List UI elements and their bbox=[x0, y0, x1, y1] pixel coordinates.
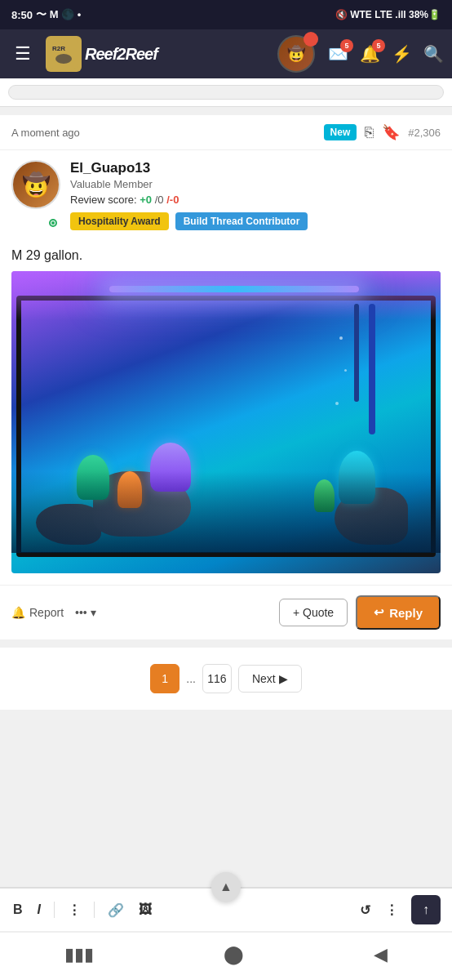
score-positive: +0 bbox=[140, 194, 152, 206]
share-icon[interactable]: ⎘ bbox=[365, 124, 374, 141]
back-button[interactable]: ▮▮▮ bbox=[48, 941, 110, 969]
post-image bbox=[11, 271, 441, 573]
toolbar-divider-1 bbox=[54, 902, 55, 918]
page-1-button[interactable]: 1 bbox=[150, 664, 179, 693]
report-label: Report bbox=[29, 606, 64, 619]
online-indicator bbox=[47, 217, 59, 229]
score-negative: /-0 bbox=[166, 194, 179, 206]
post-content: M 29 gallon. bbox=[0, 240, 452, 585]
avatar-badge bbox=[304, 32, 318, 47]
search-icon[interactable]: 🔍 bbox=[423, 44, 444, 64]
post-card: A moment ago New ⎘ 🔖 #2,306 🤠 El_Guapo13… bbox=[0, 115, 452, 639]
chevron-down-icon: ▾ bbox=[91, 606, 96, 619]
more-button[interactable]: ••• ▾ bbox=[75, 606, 96, 619]
svg-text:R2R: R2R bbox=[52, 45, 65, 52]
author-badges: Hospitality Award Build Thread Contribut… bbox=[70, 212, 441, 230]
notifications-badge: 5 bbox=[372, 39, 385, 52]
toolbar-divider-2 bbox=[94, 902, 95, 918]
review-score: Review score: +0 /0 /-0 bbox=[70, 194, 441, 206]
more-format-button[interactable]: ⋮ bbox=[66, 899, 82, 921]
nav-icons: ✉️ 5 🔔 5 ⚡ 🔍 bbox=[328, 44, 444, 64]
author-avatar-wrap: 🤠 bbox=[11, 160, 60, 230]
next-label: Next bbox=[252, 672, 276, 685]
more-options-button[interactable]: ⋮ bbox=[383, 899, 400, 921]
search-bar[interactable] bbox=[8, 85, 444, 100]
author-title: Valuable Member bbox=[70, 178, 441, 190]
report-button[interactable]: 🔔 Report bbox=[11, 606, 64, 619]
review-label: Review score: bbox=[70, 194, 137, 206]
user-avatar[interactable]: 🤠 bbox=[277, 35, 315, 73]
author-avatar[interactable]: 🤠 bbox=[11, 160, 60, 209]
bold-button[interactable]: B bbox=[11, 899, 24, 920]
notifications-icon[interactable]: 🔔 5 bbox=[360, 44, 380, 64]
logo-icon: R2R bbox=[46, 36, 82, 72]
reply-label: Reply bbox=[389, 606, 423, 620]
scroll-up-button[interactable]: ▲ bbox=[211, 872, 241, 902]
messages-icon[interactable]: ✉️ 5 bbox=[328, 44, 348, 64]
status-time: 8:50 bbox=[11, 9, 33, 21]
logo-text: Reef2Reef bbox=[85, 45, 157, 64]
reply-icon: ↩ bbox=[374, 605, 384, 620]
post-header-actions: New ⎘ 🔖 #2,306 bbox=[324, 123, 441, 141]
contributor-badge: Build Thread Contributor bbox=[175, 212, 308, 230]
recent-apps-button[interactable]: ◀ bbox=[357, 941, 404, 969]
toolbar-right: ↺ ⋮ ↑ bbox=[358, 895, 441, 924]
more-dots: ••• bbox=[75, 606, 87, 619]
score-neutral: /0 bbox=[155, 194, 164, 206]
status-bar: 8:50 〜 M 🌑 • 🔇 WTE LTE .ill 38%🔋 bbox=[0, 0, 452, 29]
pagination: 1 ... 116 Next ▶ bbox=[0, 648, 452, 710]
quote-button[interactable]: + Quote bbox=[279, 599, 348, 626]
tank-bottom bbox=[11, 471, 441, 553]
status-left: 8:50 〜 M 🌑 • bbox=[11, 7, 81, 22]
status-signal-icons: 🔇 WTE LTE .ill 38%🔋 bbox=[335, 9, 441, 20]
hamburger-menu[interactable]: ☰ bbox=[8, 37, 38, 71]
bell-icon: 🔔 bbox=[11, 606, 25, 619]
status-icons: 〜 M 🌑 • bbox=[36, 7, 81, 22]
post-text: M 29 gallon. bbox=[11, 248, 441, 263]
author-info: El_Guapo13 Valuable Member Review score:… bbox=[70, 160, 441, 230]
image-button[interactable]: 🖼 bbox=[137, 899, 153, 920]
home-button[interactable]: ⬤ bbox=[207, 941, 260, 969]
lightning-icon[interactable]: ⚡ bbox=[392, 44, 412, 64]
link-button[interactable]: 🔗 bbox=[106, 899, 126, 921]
next-page-button[interactable]: Next ▶ bbox=[238, 665, 302, 693]
editor-area: ▲ B I ⋮ 🔗 🖼 ↺ ⋮ ↑ ▮▮▮ ⬤ ◀ bbox=[0, 887, 452, 980]
action-right: + Quote ↩ Reply bbox=[279, 595, 441, 630]
hospitality-award-badge: Hospitality Award bbox=[70, 212, 169, 230]
svg-point-2 bbox=[55, 54, 72, 64]
reply-button[interactable]: ↩ Reply bbox=[356, 595, 441, 630]
chevron-right-icon: ▶ bbox=[279, 672, 288, 685]
post-actions: 🔔 Report ••• ▾ + Quote ↩ Reply bbox=[0, 585, 452, 639]
search-area bbox=[0, 78, 452, 107]
bottom-nav: ▮▮▮ ⬤ ◀ bbox=[0, 932, 452, 980]
undo-button[interactable]: ↺ bbox=[358, 899, 372, 921]
new-badge: New bbox=[324, 124, 357, 140]
action-left: 🔔 Report ••• ▾ bbox=[11, 606, 96, 619]
page-dots: ... bbox=[186, 672, 196, 685]
italic-button[interactable]: I bbox=[36, 899, 42, 920]
nav-bar: ☰ R2R Reef2Reef 🤠 ✉️ 5 🔔 5 ⚡ 🔍 bbox=[0, 29, 452, 78]
author-section: 🤠 El_Guapo13 Valuable Member Review scor… bbox=[0, 150, 452, 240]
svg-point-4 bbox=[51, 221, 55, 225]
nav-logo[interactable]: R2R Reef2Reef bbox=[46, 36, 269, 72]
bookmark-icon[interactable]: 🔖 bbox=[382, 123, 400, 141]
post-timestamp: A moment ago bbox=[11, 127, 80, 139]
send-button[interactable]: ↑ bbox=[411, 895, 441, 924]
author-name[interactable]: El_Guapo13 bbox=[70, 160, 441, 176]
post-header: A moment ago New ⎘ 🔖 #2,306 bbox=[0, 115, 452, 150]
post-number: #2,306 bbox=[408, 127, 441, 139]
tank-glow bbox=[11, 271, 441, 320]
page-116-button[interactable]: 116 bbox=[202, 664, 232, 693]
status-right: 🔇 WTE LTE .ill 38%🔋 bbox=[335, 9, 441, 20]
messages-badge: 5 bbox=[340, 39, 353, 52]
